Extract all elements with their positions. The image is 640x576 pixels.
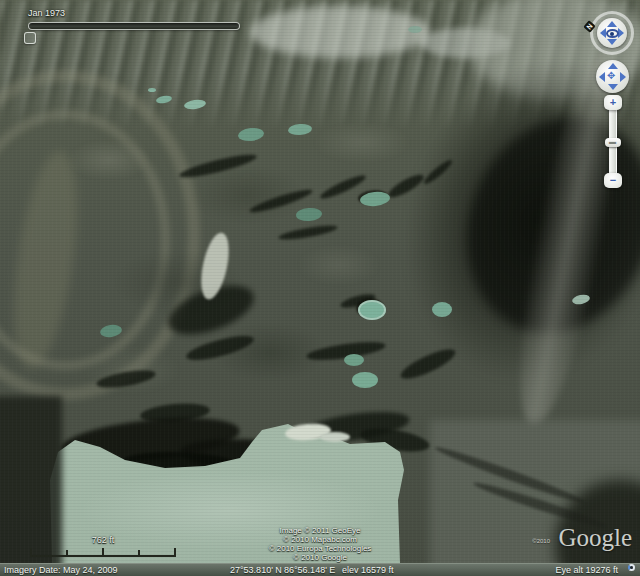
imagery-date: Imagery Date: May 24, 2009 (4, 565, 118, 576)
move-joystick[interactable]: ✥ (596, 60, 629, 93)
hand-icon: ✥ (607, 71, 615, 81)
move-down-icon[interactable] (608, 84, 618, 90)
attribution-line: © 2010 Mapabc.com (230, 535, 410, 544)
glacial-pond (408, 26, 422, 33)
glacial-pond (99, 324, 122, 339)
glacial-pond (156, 95, 173, 105)
zoom-out-button[interactable]: − (604, 173, 622, 188)
time-slider[interactable]: Jan 1973 (0, 0, 260, 55)
look-up-icon[interactable] (607, 21, 617, 27)
look-right-icon[interactable] (618, 28, 624, 38)
glacial-pond (237, 127, 264, 143)
glacial-pond (571, 293, 590, 306)
status-bar: Imagery Date: May 24, 2009 27°53.810' N … (0, 563, 640, 576)
glacial-pond (358, 300, 386, 320)
glacial-pond (288, 123, 313, 136)
eye-altitude-readout: Eye alt 19276 ft (555, 565, 618, 576)
move-right-icon[interactable] (620, 72, 626, 82)
scale-tick (138, 550, 140, 555)
logo-copyright: ©2010 (532, 538, 550, 544)
look-down-icon[interactable] (607, 39, 617, 45)
latitude-readout: 27°53.810' N (230, 565, 282, 576)
eye-icon (606, 29, 619, 38)
scale-bar-label: 762 ft (30, 535, 176, 545)
glacial-pond (148, 88, 156, 92)
glacial-ponds (0, 0, 640, 576)
look-joystick[interactable] (597, 18, 627, 48)
elevation-readout: elev 16579 ft (342, 565, 394, 576)
glacial-pond (344, 354, 364, 366)
scale-bar-ruler (30, 548, 176, 557)
google-logo: Google (558, 524, 632, 552)
glacial-pond (432, 302, 452, 317)
streaming-progress-icon (628, 564, 635, 571)
map-attribution: Image © 2011 GeoEye © 2010 Mapabc.com © … (230, 526, 410, 562)
zoom-slider-handle[interactable]: ▬ (605, 138, 621, 147)
move-left-icon[interactable] (599, 72, 605, 82)
move-up-icon[interactable] (608, 63, 618, 69)
satellite-imagery (0, 0, 640, 576)
glacial-pond (359, 190, 390, 207)
attribution-line: © 2010 Google (230, 553, 410, 562)
zoom-in-button[interactable]: + (604, 95, 622, 110)
glacial-pond (352, 372, 378, 388)
navigation-controls: N ✥ + ▬ − (580, 8, 640, 193)
attribution-line: Image © 2011 GeoEye (230, 526, 410, 535)
google-earth-viewport[interactable]: Jan 1973 N ✥ + ▬ − 762 ft (0, 0, 640, 576)
glacial-pond (296, 207, 323, 222)
glacial-pond (183, 99, 206, 111)
scale-tick (66, 550, 68, 555)
attribution-line: © 2010 Europa Technologies (230, 544, 410, 553)
longitude-readout: 86°56.148' E (284, 565, 335, 576)
scale-tick (102, 548, 104, 555)
time-slider-handle[interactable] (24, 32, 36, 44)
time-slider-track[interactable] (28, 22, 240, 30)
time-slider-date-label: Jan 1973 (28, 8, 65, 18)
